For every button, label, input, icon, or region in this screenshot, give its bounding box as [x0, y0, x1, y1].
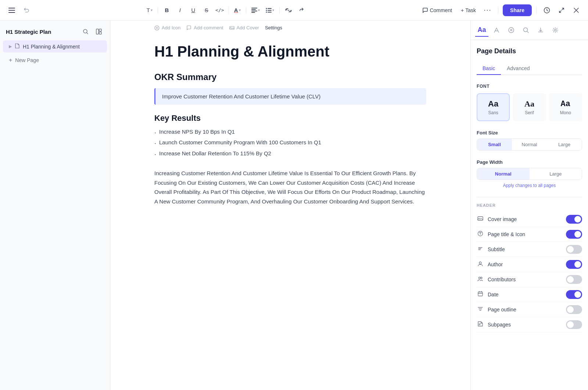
page-outline-toggle[interactable]	[566, 305, 582, 314]
new-page-button[interactable]: + New Page	[3, 54, 107, 66]
history-button[interactable]	[541, 4, 553, 16]
svg-point-27	[479, 277, 481, 279]
sidebar-search-button[interactable]	[80, 26, 91, 37]
more-options-button[interactable]: ···	[482, 4, 494, 16]
undo-button[interactable]	[21, 4, 32, 16]
toggle-page-outline: Page outline	[477, 302, 582, 317]
toggle-contributors: Contributors	[477, 272, 582, 287]
size-small[interactable]: Small	[477, 139, 512, 150]
divider	[477, 197, 582, 197]
svg-point-20	[509, 28, 514, 33]
redo-button[interactable]	[296, 4, 308, 16]
svg-rect-0	[8, 8, 15, 8]
page-title-toggle[interactable]	[566, 230, 582, 239]
sidebar: H1 Strategic Plan ▶ H1 Planning & Alignm…	[0, 21, 110, 390]
separator-3	[246, 7, 246, 14]
cover-image-toggle[interactable]	[566, 215, 582, 224]
toggle-subtitle-left: Subtitle	[477, 246, 505, 253]
panel-title: Page Details	[477, 47, 582, 55]
width-normal[interactable]: Normal	[477, 168, 530, 180]
share-button[interactable]: Share	[503, 4, 532, 16]
date-label: Date	[488, 292, 499, 297]
list-dropdown[interactable]: ▾	[263, 6, 276, 14]
contributors-toggle[interactable]	[566, 275, 582, 284]
settings-button[interactable]: Settings	[265, 25, 282, 30]
tab-basic[interactable]: Basic	[477, 62, 501, 75]
author-toggle[interactable]	[566, 260, 582, 269]
toggle-date-left: Date	[477, 291, 499, 298]
svg-rect-15	[96, 29, 98, 34]
width-large[interactable]: Large	[530, 168, 582, 180]
panel-tabs: Aa	[471, 21, 588, 40]
size-large[interactable]: Large	[547, 139, 582, 150]
apply-changes-link[interactable]: Apply changes to all pages	[477, 183, 582, 188]
font-mono-option[interactable]: Aa Mono	[549, 93, 582, 121]
svg-rect-17	[99, 32, 101, 34]
text-style-dropdown[interactable]: T ▾	[144, 6, 155, 15]
sidebar-item-h1-planning[interactable]: ▶ H1 Planning & Alignment	[3, 40, 107, 53]
add-cover-button[interactable]: Add Cover	[229, 25, 259, 30]
toggle-subtitle: Subtitle	[477, 242, 582, 257]
date-toggle[interactable]	[566, 290, 582, 299]
svg-point-21	[510, 29, 512, 31]
panel-tab-layout[interactable]	[505, 24, 518, 37]
size-normal[interactable]: Normal	[512, 139, 547, 150]
sidebar-layout-button[interactable]	[94, 26, 104, 37]
hamburger-menu-button[interactable]	[6, 4, 18, 16]
toggle-author: Author	[477, 257, 582, 272]
expand-button[interactable]	[556, 4, 567, 16]
task-button[interactable]: + Task	[458, 6, 479, 15]
panel-tab-search[interactable]	[519, 24, 533, 37]
svg-rect-12	[268, 12, 272, 12]
contributors-label: Contributors	[488, 277, 516, 282]
toggle-page-outline-left: Page outline	[477, 306, 516, 313]
add-icon-button[interactable]: Add Icon	[154, 25, 180, 30]
strikethrough-button[interactable]: S	[201, 4, 212, 16]
italic-button[interactable]: I	[174, 4, 186, 16]
subtitle-icon	[477, 246, 484, 253]
code-button[interactable]: </>	[214, 4, 226, 16]
close-button[interactable]	[570, 4, 582, 16]
font-mono-label: Mono	[560, 110, 571, 115]
panel-tab-settings[interactable]	[549, 24, 562, 37]
svg-rect-6	[251, 12, 255, 13]
subpages-toggle[interactable]	[566, 320, 582, 329]
bold-button[interactable]: B	[161, 4, 173, 16]
link-button[interactable]	[283, 4, 294, 16]
tab-advanced[interactable]: Advanced	[501, 62, 535, 75]
panel-tab-export[interactable]	[534, 24, 547, 37]
font-sans-label: Sans	[488, 110, 498, 115]
page-title-label: Page title & Icon	[488, 231, 525, 237]
font-sans-option[interactable]: Aa Sans	[477, 93, 510, 121]
font-sans-preview: Aa	[488, 99, 498, 109]
subpages-label: Subpages	[488, 322, 511, 328]
panel-tab-style[interactable]	[490, 24, 503, 37]
underline-button[interactable]: U	[187, 4, 199, 16]
panel-section-tabs: Basic Advanced	[477, 62, 582, 75]
sidebar-header: H1 Strategic Plan	[0, 21, 110, 40]
task-label: Task	[465, 7, 476, 13]
toggle-subpages-left: Subpages	[477, 321, 511, 328]
color-dropdown[interactable]: A ▾	[232, 6, 243, 15]
comment-button[interactable]: Comment	[419, 6, 455, 15]
page-outline-label: Page outline	[488, 307, 516, 313]
svg-point-11	[266, 11, 267, 12]
svg-rect-1	[8, 10, 15, 11]
comment-label: Comment	[430, 7, 452, 13]
font-serif-option[interactable]: Aa Serif	[513, 93, 546, 121]
new-page-label: New Page	[15, 57, 39, 63]
font-options: Aa Sans Aa Serif Aa Mono	[477, 93, 582, 121]
page-actions: Add Icon Add comment Add Cover Settings	[110, 21, 470, 35]
svg-rect-10	[268, 10, 272, 11]
panel-tab-typography[interactable]: Aa	[475, 24, 488, 37]
contributors-icon	[477, 276, 484, 283]
subtitle-toggle[interactable]	[566, 245, 582, 254]
sidebar-title: H1 Strategic Plan	[6, 29, 51, 35]
align-dropdown[interactable]: ▾	[249, 6, 262, 14]
add-icon-label: Add Icon	[162, 25, 180, 30]
cover-image-icon	[477, 216, 484, 223]
svg-rect-5	[251, 11, 257, 11]
page-width-label: Page Width	[477, 159, 582, 165]
add-comment-button[interactable]: Add comment	[186, 25, 223, 30]
callout-block: Improve Customer Retention And Customer …	[154, 88, 426, 105]
